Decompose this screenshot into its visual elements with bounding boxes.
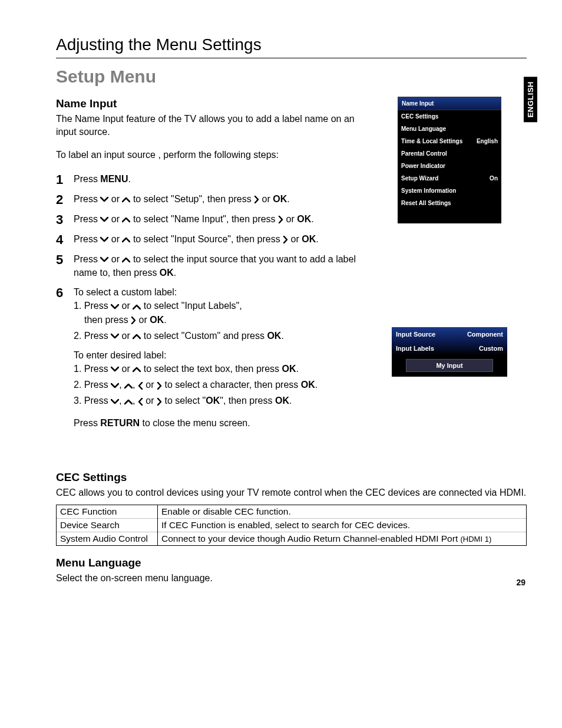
right-icon <box>157 382 162 390</box>
down-icon <box>100 256 108 263</box>
text: ", then press <box>220 396 275 406</box>
input-label-illustration: Input SourceComponent Input LabelsCustom… <box>392 327 507 377</box>
text: . <box>315 380 318 390</box>
up-icon <box>124 383 133 389</box>
text: 1. Press <box>74 364 111 374</box>
text: . <box>164 315 166 325</box>
menu-key: MENU <box>100 174 128 184</box>
text: 2. Press <box>74 380 111 390</box>
menu-item: CEC Settings <box>398 110 501 123</box>
left-icon <box>138 398 143 406</box>
step-number: 4 <box>56 232 71 246</box>
text: to select "Name Input", then press <box>130 214 278 224</box>
ok-key: OK <box>282 364 296 374</box>
up-icon <box>133 304 141 310</box>
down-icon <box>100 196 108 203</box>
cec-intro: CEC allows you to control devices using … <box>56 486 527 499</box>
language-tab: ENGLISH <box>524 77 537 122</box>
menu-item: System Information <box>398 185 501 197</box>
text: Press <box>74 194 100 204</box>
text: then press <box>84 315 131 325</box>
text: to select "Input Labels", <box>141 301 242 311</box>
ok-key: OK <box>297 214 311 224</box>
down-icon <box>111 366 119 373</box>
text: or <box>119 364 133 374</box>
text: (HDMI 1) <box>461 535 492 543</box>
table-row: CEC FunctionEnable or disable CEC functi… <box>57 505 527 519</box>
step-4: 4 Press or to select "Input Source", the… <box>56 232 527 246</box>
text: to select a character, then press <box>162 380 301 390</box>
down-icon <box>100 216 108 223</box>
text: to select " <box>162 396 206 406</box>
ok-key: OK <box>160 268 174 278</box>
text: . <box>281 331 283 341</box>
text: 3. Press <box>74 396 111 406</box>
up-icon <box>133 366 141 373</box>
menu-item: Setup WizardOn <box>398 172 501 185</box>
step-number: 3 <box>56 212 71 226</box>
up-icon <box>122 216 130 223</box>
right-icon <box>157 398 162 406</box>
setup-menu-illustration: Name Input CEC Settings Menu Language Ti… <box>398 97 501 223</box>
text: to select the text box, then press <box>141 364 282 374</box>
table-row: Device SearchIf CEC Function is enabled,… <box>57 519 527 532</box>
table-row: System Audio ControlConnect to your devi… <box>57 532 527 546</box>
text: To enter desired label: <box>74 348 318 362</box>
text: to close the menu screen. <box>140 418 250 428</box>
text: , <box>133 380 138 390</box>
menu-item: Input LabelsCustom <box>392 341 507 355</box>
text: or <box>119 301 133 311</box>
text: Press <box>74 214 100 224</box>
text: Press <box>74 234 100 244</box>
ok-key: OK <box>302 234 316 244</box>
ok-key: OK <box>267 331 281 341</box>
section-header: Adjusting the Menu Settings <box>56 35 527 58</box>
text: or <box>283 214 297 224</box>
text: . <box>289 396 292 406</box>
ok-key: OK <box>206 396 220 406</box>
menu-item: Time & Local SettingsEnglish <box>398 135 501 147</box>
text: or <box>119 331 133 341</box>
page-number: 29 <box>516 578 525 587</box>
ok-key: OK <box>301 380 315 390</box>
cell: Device Search <box>57 519 158 532</box>
text: or <box>288 234 302 244</box>
text: or <box>136 315 150 325</box>
text: To select a custom label: <box>74 285 318 299</box>
step-number: 6 <box>56 285 71 299</box>
right-icon <box>131 317 136 324</box>
text: to select "Input Source", then press <box>130 234 283 244</box>
text: . <box>174 268 176 278</box>
text: to select "Custom" and press <box>141 331 267 341</box>
ok-key: OK <box>275 396 289 406</box>
menu-item: Parental Control <box>398 147 501 160</box>
text: Press <box>74 418 100 428</box>
name-input-intro: The Name Input feature of the TV allows … <box>56 113 374 138</box>
right-icon <box>254 196 259 203</box>
text: or <box>108 234 122 244</box>
text: 1. Press <box>74 301 111 311</box>
up-icon <box>122 236 130 243</box>
up-icon <box>122 196 130 203</box>
text: Press <box>74 254 100 264</box>
text: . <box>316 234 318 244</box>
cell: CEC Function <box>57 505 158 519</box>
text: , <box>119 396 124 406</box>
cell: Enable or disable CEC function. <box>158 505 527 519</box>
text: , <box>119 380 124 390</box>
up-icon <box>133 333 141 340</box>
text: or <box>143 380 157 390</box>
down-icon <box>111 304 119 310</box>
right-icon <box>283 236 288 243</box>
menu-item: Power Indicator <box>398 160 501 172</box>
text: , <box>133 396 138 406</box>
menu-language-heading: Menu Language <box>56 556 527 569</box>
cell: If CEC Function is enabled, select to se… <box>158 519 527 532</box>
manual-page: ENGLISH Adjusting the Menu Settings Setu… <box>0 0 562 608</box>
menu-padding <box>398 209 501 223</box>
text: Press <box>74 174 100 184</box>
menu-item: Reset All Settings <box>398 197 501 209</box>
up-icon <box>124 398 133 405</box>
text: 2. Press <box>74 331 111 341</box>
step-5: 5 Press or to select the input source th… <box>56 252 527 279</box>
